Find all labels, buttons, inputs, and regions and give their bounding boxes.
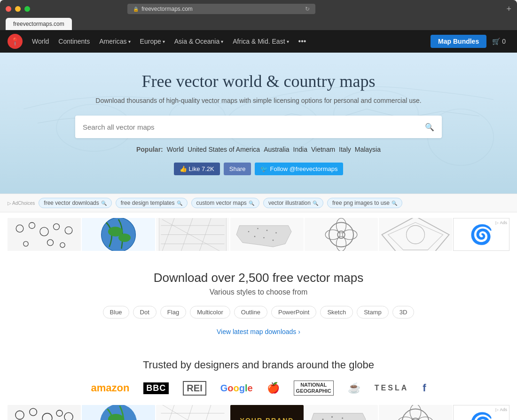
- thumb-geometric[interactable]: [379, 218, 452, 251]
- svg-point-69: [331, 416, 333, 418]
- thumb-city-svg: [156, 218, 229, 251]
- nav-europe[interactable]: Europe ▾: [136, 36, 169, 47]
- facebook-like-button[interactable]: 👍 Like 7.2K: [174, 163, 220, 175]
- ad-tag-1[interactable]: free vector downloads 🔍: [39, 198, 111, 208]
- brand-rei: REI: [183, 381, 206, 396]
- tag-powerpoint[interactable]: PowerPoint: [271, 306, 316, 319]
- nav-more-button[interactable]: •••: [295, 35, 310, 47]
- ad-bar: ▷ AdChoices free vector downloads 🔍 free…: [0, 194, 517, 212]
- site-content: 📍 World Continents Americas ▾ Europe ▾ A…: [0, 30, 517, 420]
- new-tab-button[interactable]: +: [506, 4, 511, 14]
- nav-world[interactable]: World: [28, 36, 53, 47]
- nav-americas[interactable]: Americas ▾: [95, 36, 134, 47]
- bottom-thumb-usa[interactable]: [305, 405, 378, 420]
- minimize-dot[interactable]: [15, 6, 21, 12]
- ad-badge-text: ▷ Ads: [495, 220, 507, 225]
- ad-badge-2: ▷ Ads: [495, 407, 507, 412]
- refresh-icon[interactable]: ↻: [305, 6, 310, 12]
- spiral-ad-icon: 🌀: [470, 224, 493, 246]
- tag-outline[interactable]: Outline: [234, 306, 267, 319]
- popular-india[interactable]: India: [293, 146, 307, 153]
- popular-label: Popular:: [136, 146, 163, 153]
- address-bar[interactable]: 🔒 freevectormaps.com ↻: [127, 4, 315, 14]
- search-input[interactable]: [83, 123, 425, 131]
- popular-italy[interactable]: Italy: [339, 146, 351, 153]
- americas-chevron-icon: ▾: [128, 39, 131, 44]
- active-tab[interactable]: freevectormaps.com: [6, 18, 72, 30]
- svg-point-18: [118, 233, 131, 241]
- popular-row: Popular: World United States of America …: [9, 146, 508, 153]
- svg-rect-43: [379, 218, 452, 251]
- ad-block-1: ▷ Ads 🌀: [453, 218, 509, 251]
- bottom-city-svg: [156, 405, 229, 420]
- ad-triangle-icon: ▷: [8, 201, 11, 206]
- tag-3d[interactable]: 3D: [392, 306, 415, 319]
- hero-title: Free vector world & country maps: [9, 71, 508, 91]
- browser-controls: 🔒 freevectormaps.com ↻ +: [6, 4, 511, 14]
- spiral-ad-icon-2: 🌀: [470, 412, 493, 420]
- thumb-globe[interactable]: [82, 218, 155, 251]
- bottom-thumb-brand[interactable]: YOUR BRAND FEEL THE LUXURY: [230, 405, 304, 420]
- bottom-section: YOUR BRAND FEEL THE LUXURY: [0, 405, 517, 420]
- brand-amazon: amazon: [91, 382, 129, 394]
- cart-button[interactable]: 🛒 0: [488, 36, 509, 47]
- svg-rect-36: [305, 218, 378, 251]
- bottom-map-svg-1: [8, 405, 81, 420]
- view-latest-link[interactable]: View latest map downloads ›: [9, 328, 508, 335]
- map-bundles-button[interactable]: Map Bundles: [431, 35, 486, 48]
- bottom-thumbnail-grid: YOUR BRAND FEEL THE LUXURY: [8, 405, 509, 420]
- url-text: freevectormaps.com: [141, 6, 193, 12]
- svg-rect-5: [8, 218, 81, 251]
- africa-chevron-icon: ▾: [287, 39, 289, 44]
- popular-malaysia[interactable]: Malaysia: [355, 146, 381, 153]
- facebook-share-button[interactable]: Share: [224, 163, 251, 175]
- ad-tag-4[interactable]: vector illustration 🔍: [263, 198, 323, 208]
- popular-usa[interactable]: United States of America: [188, 146, 260, 153]
- ad-choices[interactable]: ▷ AdChoices: [8, 201, 35, 206]
- ad-tag-5[interactable]: free png images to use 🔍: [327, 198, 402, 208]
- popular-world[interactable]: World: [167, 146, 184, 153]
- bottom-thumb-city[interactable]: [156, 405, 229, 420]
- close-dot[interactable]: [6, 6, 11, 12]
- search-icon[interactable]: 🔍: [425, 123, 434, 132]
- bottom-globe-svg: [82, 405, 155, 420]
- tag-flag[interactable]: Flag: [160, 306, 186, 319]
- thumb-world-dots[interactable]: [8, 218, 81, 251]
- tag-stamp[interactable]: Stamp: [357, 306, 389, 319]
- bottom-thumb-flower[interactable]: [379, 405, 452, 420]
- popular-vietnam[interactable]: Vietnam: [311, 146, 335, 153]
- social-buttons: 👍 Like 7.2K Share 🐦 Follow @freevectorma…: [9, 163, 508, 175]
- search-small-icon-5: 🔍: [392, 201, 397, 206]
- twitter-icon: 🐦: [260, 165, 268, 172]
- trusted-heading: Trusted by designers and brands around t…: [9, 359, 508, 371]
- tag-blue[interactable]: Blue: [103, 306, 129, 319]
- brand-card-title: YOUR BRAND: [240, 417, 294, 420]
- svg-point-33: [254, 236, 256, 237]
- brand-natgeo: NATIONALGEOGRAPHIC: [294, 381, 334, 396]
- nav-africa-mideast[interactable]: Africa & Mid. East ▾: [229, 36, 292, 47]
- ad-tag-3[interactable]: custom vector maps 🔍: [191, 198, 259, 208]
- maximize-dot[interactable]: [24, 6, 30, 12]
- tag-multicolor[interactable]: Multicolor: [190, 306, 230, 319]
- chevron-right-icon: ›: [298, 328, 300, 335]
- nav-asia-oceania[interactable]: Asia & Oceania ▾: [171, 36, 227, 47]
- thumb-city-map[interactable]: [156, 218, 229, 251]
- twitter-follow-button[interactable]: 🐦 Follow @freevectormaps: [255, 163, 343, 175]
- ad-tag-2[interactable]: free design templates 🔍: [116, 198, 188, 208]
- bottom-thumb-globe[interactable]: [82, 405, 155, 420]
- tab-bar: freevectormaps.com: [6, 18, 511, 30]
- tag-dot[interactable]: Dot: [133, 306, 157, 319]
- nav-continents[interactable]: Continents: [55, 36, 94, 47]
- site-logo[interactable]: 📍: [8, 34, 23, 49]
- downloads-section: Download over 2,500 free vector maps Var…: [0, 257, 517, 345]
- search-small-icon-3: 🔍: [249, 201, 254, 206]
- trusted-section: Trusted by designers and brands around t…: [0, 345, 517, 405]
- bottom-thumb-1[interactable]: [8, 405, 81, 420]
- brands-row: amazon BBC REI Google 🍎 NATIONALGEOGRAPH…: [9, 381, 508, 396]
- tag-sketch[interactable]: Sketch: [320, 306, 353, 319]
- thumb-usa-dots[interactable]: [230, 218, 304, 251]
- thumb-globe-svg: [82, 218, 155, 251]
- cart-icon: 🛒: [492, 38, 500, 45]
- popular-australia[interactable]: Australia: [264, 146, 289, 153]
- thumb-flower-sketch[interactable]: [305, 218, 378, 251]
